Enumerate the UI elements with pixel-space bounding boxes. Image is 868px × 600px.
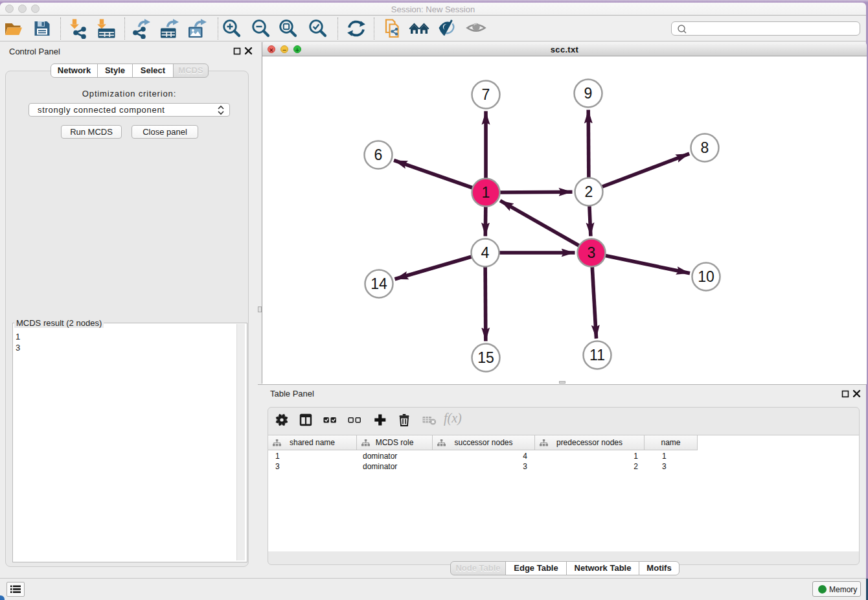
svg-text:15: 15	[477, 349, 494, 366]
svg-text:8: 8	[701, 139, 709, 156]
svg-text:7: 7	[482, 86, 490, 103]
svg-text:6: 6	[374, 146, 383, 163]
svg-text:11: 11	[589, 347, 605, 363]
svg-text:4: 4	[481, 244, 490, 261]
svg-text:2: 2	[585, 183, 593, 200]
svg-text:14: 14	[371, 275, 387, 292]
svg-text:10: 10	[698, 268, 714, 285]
svg-text:1: 1	[482, 184, 490, 201]
svg-text:3: 3	[588, 244, 596, 261]
svg-text:9: 9	[584, 85, 593, 102]
